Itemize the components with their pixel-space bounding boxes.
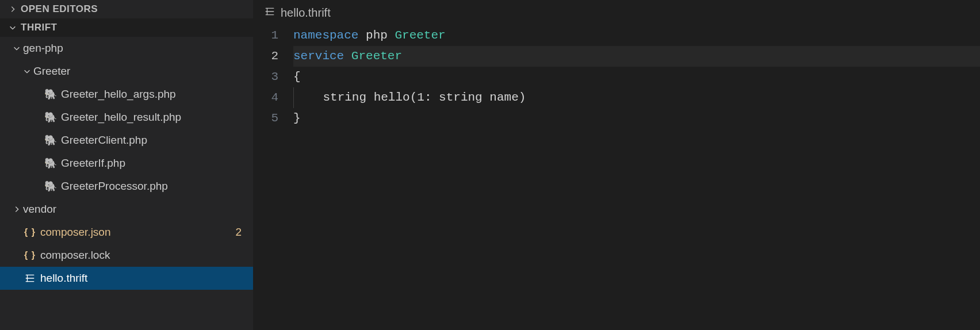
file-name: GreeterProcessor.php	[61, 180, 246, 193]
editor-pane: hello.thrift 12345 namespace php Greeter…	[253, 0, 980, 330]
file-item[interactable]: 🐘GreeterProcessor.php	[0, 175, 253, 198]
folder-item[interactable]: Greeter	[0, 60, 253, 83]
editor-tab-filename: hello.thrift	[281, 6, 331, 20]
php-file-icon: 🐘	[44, 134, 58, 147]
file-item[interactable]: 🐘GreeterIf.php	[0, 152, 253, 175]
code-area[interactable]: 12345 namespace php Greeterservice Greet…	[253, 25, 980, 330]
line-number-gutter: 12345	[253, 25, 293, 330]
file-name: GreeterIf.php	[61, 157, 246, 170]
file-tree[interactable]: gen-phpGreeter🐘Greeter_hello_args.php🐘Gr…	[0, 37, 253, 330]
editor-tab[interactable]: hello.thrift	[265, 6, 331, 20]
sidebar: OPEN EDITORS THRIFT gen-phpGreeter🐘Greet…	[0, 0, 253, 330]
workspace-label: THRIFT	[21, 22, 57, 33]
folder-name: Greeter	[33, 65, 246, 78]
file-item[interactable]: { }composer.lock	[0, 244, 253, 267]
file-item[interactable]: 🐘Greeter_hello_result.php	[0, 106, 253, 129]
folder-item[interactable]: gen-php	[0, 37, 253, 60]
code-line[interactable]: namespace php Greeter	[293, 25, 980, 46]
chevron-down-icon	[10, 44, 23, 52]
line-number: 1	[253, 25, 278, 46]
code-line[interactable]: string hello(1: string name)	[293, 87, 980, 108]
file-name: hello.thrift	[40, 272, 246, 285]
file-icon	[265, 6, 275, 20]
line-number: 2	[253, 46, 278, 67]
chevron-right-icon	[7, 5, 18, 13]
code-content[interactable]: namespace php Greeterservice Greeter{ st…	[293, 25, 980, 330]
code-line[interactable]: {	[293, 67, 980, 87]
file-item[interactable]: { }composer.json2	[0, 221, 253, 244]
json-file-icon: { }	[23, 250, 37, 260]
code-line[interactable]: service Greeter	[293, 46, 980, 67]
modified-count-badge: 2	[235, 226, 246, 239]
file-name: Greeter_hello_result.php	[61, 111, 246, 124]
workspace-section-header[interactable]: THRIFT	[0, 18, 253, 37]
php-file-icon: 🐘	[44, 111, 58, 124]
file-item[interactable]: hello.thrift	[0, 267, 253, 290]
open-editors-label: OPEN EDITORS	[21, 3, 98, 15]
line-number: 4	[253, 87, 278, 108]
line-number: 3	[253, 67, 278, 87]
php-file-icon: 🐘	[44, 157, 58, 170]
folder-name: vendor	[23, 203, 246, 216]
editor-tab-bar: hello.thrift	[253, 0, 980, 25]
chevron-down-icon	[7, 24, 18, 32]
json-file-icon: { }	[23, 227, 37, 237]
folder-item[interactable]: vendor	[0, 198, 253, 221]
php-file-icon: 🐘	[44, 180, 58, 193]
file-name: GreeterClient.php	[61, 134, 246, 147]
file-name: Greeter_hello_args.php	[61, 88, 246, 101]
thrift-file-icon	[23, 273, 37, 283]
folder-name: gen-php	[23, 42, 246, 55]
file-name: composer.json	[40, 226, 235, 239]
file-name: composer.lock	[40, 249, 246, 262]
file-item[interactable]: 🐘GreeterClient.php	[0, 129, 253, 152]
chevron-down-icon	[21, 67, 33, 75]
open-editors-section-header[interactable]: OPEN EDITORS	[0, 0, 253, 18]
chevron-right-icon	[10, 205, 23, 213]
php-file-icon: 🐘	[44, 88, 58, 101]
code-line[interactable]: }	[293, 108, 980, 129]
file-item[interactable]: 🐘Greeter_hello_args.php	[0, 83, 253, 106]
line-number: 5	[253, 108, 278, 129]
